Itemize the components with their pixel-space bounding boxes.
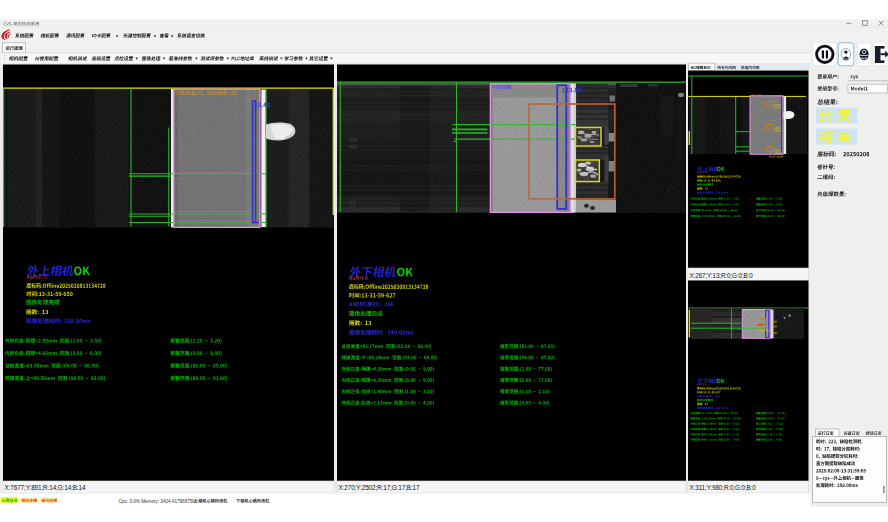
svg-text:X:267;Y:13;R:0;G:0;B:0: X:267;Y:13;R:0;G:0;B:0 [690, 272, 754, 279]
svg-text:X:270;Y:2502;R:17;G:17;B:17: X:270;Y:2502;R:17;G:17;B:17 [339, 484, 421, 491]
svg-text:Cpu: 0.0% Memory: 3424.4179687: Cpu: 0.0% Memory: 3424.41796875M [119, 499, 197, 504]
svg-text:X:311;Y:980;R:0;G:0;B:0: X:311;Y:980;R:0;G:0;B:0 [690, 484, 757, 491]
svg-text:X:7677;Y:891;R:14;G:14;B:14: X:7677;Y:891;R:14;G:14;B:14 [5, 484, 87, 491]
